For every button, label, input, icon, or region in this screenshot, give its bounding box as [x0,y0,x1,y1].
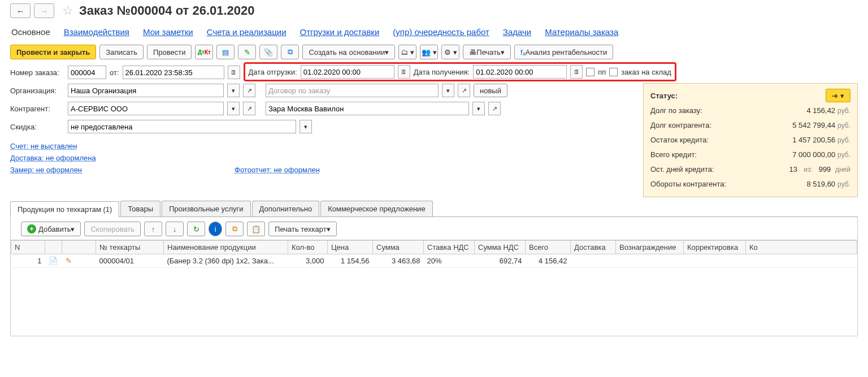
tab-shipments[interactable]: Отгрузки и доставки [300,27,380,37]
contract-input[interactable] [266,84,439,97]
calendar-icon[interactable]: 🗓 [228,66,240,79]
row-doc-icon[interactable]: 📄 [45,254,62,268]
col-tc[interactable]: № техкарты [96,241,164,254]
status-header: Статус: [650,92,678,100]
col-name[interactable]: Наименование продукции [164,241,288,254]
prod-tab-techcards[interactable]: Продукция по техкартам (1) [10,201,119,217]
stock-label: заказ на склад [621,68,671,76]
table-row[interactable]: 1 📄 ✎ 000004/01 (Банер 3.2 (360 dpi) 1x2… [11,254,857,268]
post-button[interactable]: Провести [147,45,192,59]
col-qty[interactable]: Кол-во [288,241,328,254]
partner-input[interactable] [68,102,224,115]
folder-icon[interactable]: 🗂 ▾ [398,45,416,59]
branch-input[interactable] [266,102,469,115]
dropdown-icon[interactable]: ▾ [227,102,240,115]
back-button[interactable]: ← [10,3,31,18]
add-row-button[interactable]: +Добавить ▾ [21,222,81,236]
tab-materials[interactable]: Материалы заказа [545,27,618,37]
page-title: Заказ №000004 от 26.01.2020 [79,3,255,18]
recv-date-input[interactable] [473,65,567,79]
col-icon2[interactable] [62,241,96,254]
row-edit-icon[interactable]: ✎ [62,254,96,268]
col-icon1[interactable] [45,241,62,254]
structure-icon[interactable]: ⧉ [281,45,299,59]
refresh-icon[interactable]: ↻ [187,222,205,236]
tab-main[interactable]: Основное [11,27,50,37]
col-extra[interactable]: Ко [746,241,857,254]
grid-toolbar: +Добавить ▾ Скопировать ↑ ↓ ↻ i ⧉ 📋 Печа… [10,217,858,240]
photo-link[interactable]: Фотоотчет: не оформлен [235,166,320,174]
prod-tab-services[interactable]: Произвольные услуги [162,201,250,216]
measure-link[interactable]: Замер: не оформлен [10,166,82,174]
from-date-input[interactable] [123,66,224,79]
tab-tasks[interactable]: Задачи [503,27,531,37]
open-icon[interactable]: ↗ [243,84,255,97]
list-icon[interactable]: ▤ [216,45,235,59]
col-vatsum[interactable]: Сумма НДС [475,241,526,254]
order-no-input[interactable] [68,66,106,79]
calendar-icon[interactable]: 🗓 [398,65,410,79]
prod-tab-offer[interactable]: Коммерческое предложение [320,201,432,216]
calendar-icon[interactable]: 🗓 [570,65,583,79]
move-down-icon[interactable]: ↓ [166,222,184,236]
paste-icon[interactable]: 📋 [247,222,265,236]
col-delivery[interactable]: Доставка [571,241,616,254]
pp-checkbox[interactable] [586,68,594,76]
tab-notes[interactable]: Мои заметки [143,27,193,37]
attach-icon[interactable]: 📎 [259,45,277,59]
edit-icon[interactable]: ✎ [238,45,256,59]
cell-vatrate: 20% [424,254,475,268]
status-label: Долг контрагента: [650,121,711,129]
col-vatrate[interactable]: Ставка НДС [424,241,475,254]
move-up-icon[interactable]: ↑ [144,222,162,236]
dropdown-icon[interactable]: ▾ [442,84,454,97]
status-arrow-button[interactable]: ➔ ▾ [826,89,850,102]
new-contract-button[interactable]: новый [474,84,507,97]
cell-vatsum: 692,74 [475,254,526,268]
print-techcards-button[interactable]: Печать техкарт ▾ [268,222,337,236]
tab-interactions[interactable]: Взаимодействия [64,27,129,37]
col-total[interactable]: Всего [526,241,571,254]
cell-n: 1 [11,254,45,268]
prod-tab-extra[interactable]: Дополнительно [252,201,320,216]
users-icon[interactable]: 👥 ▾ [420,45,438,59]
save-button[interactable]: Записать [99,45,144,59]
col-price[interactable]: Цена [328,241,373,254]
product-tabs: Продукция по техкартам (1) Товары Произв… [10,201,858,217]
profit-analysis-button[interactable]: fᵪ Анализ рентабельности [514,45,613,59]
dropdown-icon[interactable]: ▾ [227,84,240,97]
dtkt-icon[interactable]: ДтКт [195,45,213,59]
tab-priority[interactable]: (упр) очередность работ [393,27,489,37]
ship-date-input[interactable] [301,65,394,79]
copy-icon[interactable]: ⧉ [225,222,244,236]
info-icon[interactable]: i [209,222,222,236]
dropdown-icon[interactable]: ▾ [300,120,312,133]
col-reward[interactable]: Вознаграждение [616,241,684,254]
org-input[interactable] [68,84,224,97]
cell-name: (Банер 3.2 (360 dpi) 1x2, Зака... [164,254,288,268]
col-n[interactable]: N [11,241,45,254]
invoice-link[interactable]: Счет: не выставлен [10,142,77,150]
open-icon[interactable]: ↗ [458,84,470,97]
print-button[interactable]: 🖶 Печать ▾ [463,45,511,59]
discount-input[interactable] [68,120,296,133]
days-label: Ост. дней кредита: [650,165,714,174]
dropdown-icon[interactable]: ▾ [472,102,485,115]
create-based-button[interactable]: Создать на основании ▾ [302,45,395,59]
col-correction[interactable]: Корректировка [684,241,746,254]
copy-row-button[interactable]: Скопировать [84,222,141,236]
tab-invoices[interactable]: Счета и реализации [207,27,287,37]
gear-icon[interactable]: ⚙ ▾ [441,45,459,59]
delivery-link[interactable]: Доставка: не оформлена [10,154,96,162]
status-value: 4 156,42 [807,106,836,115]
forward-button[interactable]: → [34,3,54,18]
date-highlight-box: Дата отгрузки: 🗓 Дата получения: 🗓 пп за… [244,62,676,81]
stock-checkbox[interactable] [609,68,618,76]
prod-tab-goods[interactable]: Товары [120,201,160,216]
col-sum[interactable]: Сумма [373,241,424,254]
cell-sum: 3 463,68 [373,254,424,268]
open-icon[interactable]: ↗ [488,102,501,115]
favorite-icon[interactable]: ☆ [62,3,73,18]
open-icon[interactable]: ↗ [243,102,255,115]
post-and-close-button[interactable]: Провести и закрыть [10,45,96,59]
